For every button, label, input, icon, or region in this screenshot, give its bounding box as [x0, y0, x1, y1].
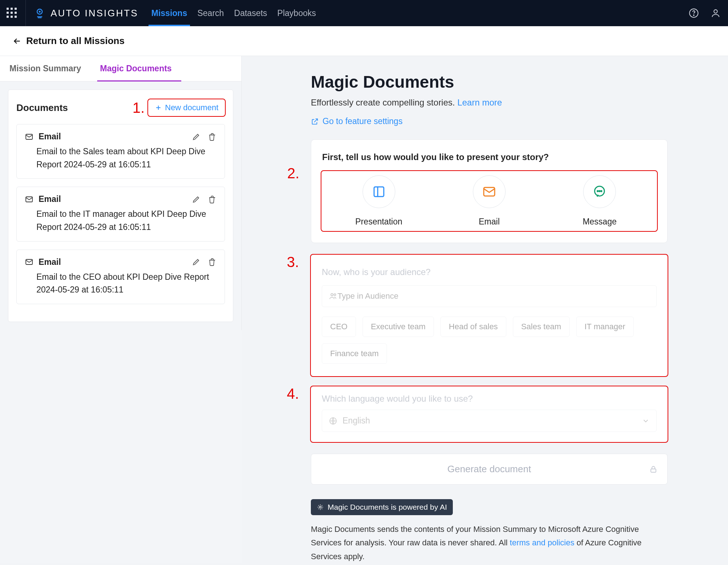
document-card[interactable]: Email Email to the Sales team about KPI … — [16, 124, 225, 179]
top-navbar: AUTO INSIGHTS Missions Search Datasets P… — [0, 0, 728, 26]
nav-datasets[interactable]: Datasets — [233, 0, 268, 26]
mail-icon — [25, 132, 33, 141]
page-subtitle: Effortlessly create compelling stories. … — [311, 98, 668, 108]
terms-link[interactable]: terms and policies — [510, 538, 574, 547]
audience-card: Now, who is your audience? CEO Executive… — [311, 255, 668, 376]
mail-icon — [25, 258, 33, 266]
breadcrumb-bar: Return to all Missions — [0, 26, 728, 56]
lock-icon — [649, 465, 658, 474]
annotation-3: 3. — [287, 254, 299, 270]
present-heading: First, tell us how would you like to pre… — [322, 152, 656, 162]
app-launcher-icon[interactable] — [7, 8, 17, 19]
present-format-card: First, tell us how would you like to pre… — [311, 139, 668, 243]
arrow-left-icon — [12, 36, 22, 46]
brand-logo-icon — [35, 8, 45, 18]
chip-executive[interactable]: Executive team — [363, 317, 434, 337]
people-icon — [329, 292, 337, 301]
page-title: Magic Documents — [311, 72, 668, 92]
back-label: Return to all Missions — [26, 35, 124, 47]
trash-icon[interactable] — [208, 258, 217, 266]
document-card[interactable]: Email Email to the CEO about KPI Deep Di… — [16, 250, 225, 304]
brand-name: AUTO INSIGHTS — [51, 8, 138, 19]
language-heading: Which language would you like to use? — [322, 394, 657, 404]
nav-playbooks[interactable]: Playbooks — [277, 0, 317, 26]
audience-chips: CEO Executive team Head of sales Sales t… — [322, 317, 657, 364]
chip-ceo[interactable]: CEO — [322, 317, 356, 337]
documents-panel: Documents 1. New document — [8, 89, 233, 322]
external-link-icon — [311, 118, 319, 126]
plus-icon — [155, 104, 162, 111]
top-nav-links: Missions Search Datasets Playbooks — [151, 0, 317, 26]
tab-mission-summary[interactable]: Mission Summary — [0, 56, 91, 81]
generate-document-button[interactable]: Generate document — [311, 454, 668, 485]
svg-rect-17 — [651, 469, 656, 472]
chip-finance[interactable]: Finance team — [322, 343, 387, 364]
audience-input-wrap[interactable] — [322, 285, 657, 307]
format-message[interactable]: Message — [545, 175, 655, 227]
document-card[interactable]: Email Email to the IT manager about KPI … — [16, 187, 225, 241]
powered-by-badge: Magic Documents is powered by AI — [311, 499, 453, 515]
svg-point-3 — [693, 15, 694, 16]
annotation-4: 4. — [287, 386, 299, 402]
sparkle-icon — [317, 504, 324, 511]
doc-type: Email — [39, 132, 61, 142]
new-doc-label: New document — [165, 103, 218, 112]
feature-settings-link[interactable]: Go to feature settings — [311, 116, 668, 126]
annotation-2: 2. — [287, 165, 299, 182]
doc-desc: Email to the IT manager about KPI Deep D… — [25, 208, 217, 234]
format-presentation[interactable]: Presentation — [324, 175, 434, 227]
language-select[interactable]: English — [322, 410, 657, 432]
learn-more-link[interactable]: Learn more — [457, 98, 502, 107]
svg-point-12 — [599, 191, 600, 192]
trash-icon[interactable] — [208, 195, 217, 204]
trash-icon[interactable] — [208, 132, 217, 141]
edit-icon[interactable] — [192, 132, 201, 141]
annotation-1: 1. — [132, 100, 145, 116]
chevron-down-icon — [642, 417, 650, 425]
edit-icon[interactable] — [192, 195, 201, 204]
doc-type: Email — [39, 257, 61, 267]
svg-point-15 — [334, 294, 336, 296]
audience-input[interactable] — [337, 291, 650, 301]
chip-it-manager[interactable]: IT manager — [576, 317, 634, 337]
nav-search[interactable]: Search — [197, 0, 225, 26]
svg-point-11 — [597, 191, 598, 192]
edit-icon[interactable] — [192, 258, 201, 266]
tab-magic-documents[interactable]: Magic Documents — [91, 56, 181, 81]
svg-rect-8 — [374, 187, 384, 197]
documents-title: Documents — [16, 102, 68, 114]
svg-point-1 — [39, 11, 41, 13]
new-document-button-highlight: New document — [148, 99, 225, 116]
svg-point-13 — [601, 191, 602, 192]
chip-head-sales[interactable]: Head of sales — [440, 317, 506, 337]
nav-missions[interactable]: Missions — [151, 0, 188, 26]
divider — [25, 0, 26, 26]
svg-point-14 — [331, 294, 333, 296]
doc-desc: Email to the Sales team about KPI Deep D… — [25, 145, 217, 171]
svg-point-4 — [714, 10, 717, 13]
footer-disclaimer: Magic Documents sends the contents of yo… — [311, 522, 668, 563]
user-profile-icon[interactable] — [710, 7, 721, 19]
language-card: Which language would you like to use? En… — [311, 386, 668, 442]
back-to-missions-link[interactable]: Return to all Missions — [12, 35, 124, 47]
new-document-button[interactable]: New document — [148, 99, 225, 116]
sidebar-tabs: Mission Summary Magic Documents — [0, 56, 242, 81]
language-value: English — [343, 416, 642, 426]
format-email[interactable]: Email — [434, 175, 544, 227]
globe-icon — [329, 417, 337, 425]
svg-point-18 — [320, 506, 321, 508]
help-icon[interactable] — [688, 7, 700, 19]
mail-icon — [25, 195, 33, 204]
doc-desc: Email to the CEO about KPI Deep Dive Rep… — [25, 271, 217, 297]
chip-sales-team[interactable]: Sales team — [513, 317, 570, 337]
doc-type: Email — [39, 194, 61, 204]
audience-heading: Now, who is your audience? — [322, 267, 657, 277]
